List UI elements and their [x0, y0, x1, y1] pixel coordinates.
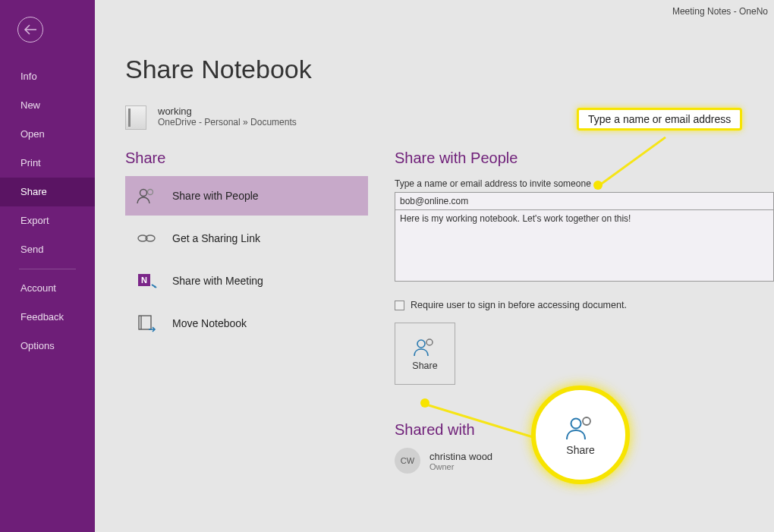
link-icon: [134, 226, 159, 250]
svg-point-8: [417, 340, 425, 348]
sidebar-item-info[interactable]: Info: [0, 62, 95, 91]
sidebar-item-account[interactable]: Account: [0, 274, 95, 303]
option-label: Share with Meeting: [172, 275, 263, 287]
sidebar-item-new[interactable]: New: [0, 91, 95, 120]
option-sharing-link[interactable]: Get a Sharing Link: [125, 219, 368, 258]
option-label: Move Notebook: [172, 317, 247, 329]
invite-hint: Type a name or email address to invite s…: [395, 178, 591, 189]
share-button[interactable]: Share: [395, 323, 455, 385]
shared-user-role: Owner: [429, 462, 492, 471]
back-button[interactable]: [17, 17, 43, 42]
people-icon: [564, 414, 597, 441]
option-share-meeting[interactable]: N Share with Meeting: [125, 261, 368, 301]
onenote-meeting-icon: N: [134, 269, 159, 293]
svg-point-10: [571, 419, 581, 429]
invite-message-input[interactable]: [395, 210, 774, 282]
move-notebook-icon: [134, 311, 159, 335]
sidebar-item-share[interactable]: Share: [0, 178, 95, 206]
shared-user-name: christina wood: [429, 451, 492, 462]
callout-dot: [593, 181, 603, 190]
callout-email-hint: Type a name or email address: [577, 108, 742, 131]
option-move-notebook[interactable]: Move Notebook: [125, 304, 368, 343]
require-signin-checkbox[interactable]: [395, 301, 404, 310]
sidebar-separator: [19, 269, 76, 269]
share-button-label: Share: [412, 360, 437, 371]
file-sidebar: Info New Open Print Share Export Send Ac…: [0, 0, 95, 532]
share-with-people-heading: Share with People: [395, 150, 774, 167]
back-arrow-icon: [24, 24, 37, 35]
callout-share-label: Share: [566, 444, 594, 456]
people-icon: [412, 336, 438, 357]
svg-point-1: [148, 190, 153, 195]
sidebar-item-feedback[interactable]: Feedback: [0, 303, 95, 332]
avatar: CW: [395, 448, 420, 474]
svg-text:N: N: [141, 275, 147, 285]
option-label: Get a Sharing Link: [172, 232, 260, 244]
page-title: Share Notebook: [125, 55, 774, 84]
share-heading: Share: [125, 150, 368, 167]
window-title: Meeting Notes - OneNo: [672, 6, 768, 17]
sidebar-item-export[interactable]: Export: [0, 206, 95, 235]
sidebar-item-open[interactable]: Open: [0, 120, 95, 149]
svg-point-9: [426, 339, 433, 345]
svg-point-11: [583, 417, 590, 425]
people-icon: [134, 184, 159, 208]
notebook-path: OneDrive - Personal » Documents: [158, 117, 297, 127]
sidebar-item-options[interactable]: Options: [0, 332, 95, 360]
option-label: Share with People: [172, 190, 259, 202]
notebook-icon: [125, 105, 146, 130]
invite-email-input[interactable]: [395, 192, 774, 210]
callout-dot: [420, 398, 429, 408]
sidebar-item-print[interactable]: Print: [0, 149, 95, 178]
require-signin-label: Require user to sign in before accessing…: [411, 300, 627, 310]
option-share-with-people[interactable]: Share with People: [125, 176, 368, 216]
svg-point-0: [140, 190, 147, 197]
callout-share-circle: Share: [531, 386, 630, 484]
sidebar-item-send[interactable]: Send: [0, 235, 95, 264]
notebook-name: working: [158, 105, 297, 117]
